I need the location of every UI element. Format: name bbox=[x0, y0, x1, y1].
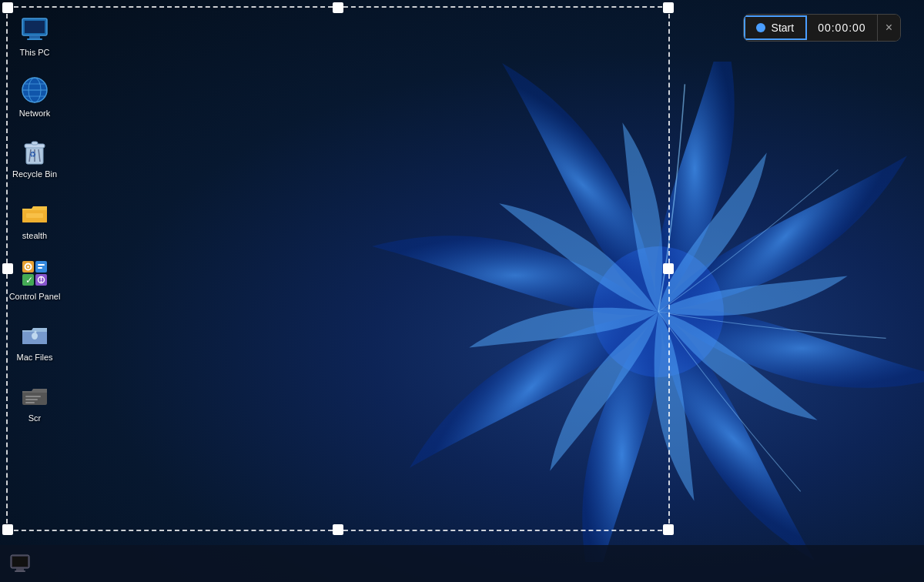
record-indicator bbox=[756, 23, 765, 32]
svg-rect-12 bbox=[32, 142, 38, 145]
svg-rect-24 bbox=[38, 267, 42, 269]
svg-rect-18 bbox=[26, 213, 43, 218]
bloom-graphic bbox=[331, 62, 924, 562]
wallpaper bbox=[0, 0, 924, 582]
desktop-icon-control-panel[interactable]: ✓ Control Panel bbox=[4, 253, 65, 306]
svg-rect-3 bbox=[29, 35, 40, 38]
svg-point-32 bbox=[35, 330, 37, 333]
svg-rect-38 bbox=[12, 557, 28, 567]
desktop-icon-network[interactable]: Network bbox=[4, 70, 65, 123]
start-label: Start bbox=[772, 22, 795, 34]
svg-rect-22 bbox=[35, 261, 47, 273]
svg-rect-36 bbox=[25, 402, 35, 403]
scr-label: Scr bbox=[28, 413, 42, 423]
svg-point-30 bbox=[41, 280, 42, 282]
close-button[interactable]: × bbox=[877, 15, 900, 41]
recycle-bin-icon: ♻ bbox=[19, 135, 50, 166]
svg-text:✓: ✓ bbox=[25, 275, 33, 286]
svg-rect-40 bbox=[15, 570, 25, 572]
mac-files-icon bbox=[19, 319, 50, 350]
svg-rect-34 bbox=[25, 396, 41, 397]
svg-rect-35 bbox=[25, 399, 38, 400]
timer-display: 00:00:00 bbox=[807, 15, 877, 40]
desktop-icon-scr[interactable]: Scr bbox=[4, 375, 65, 428]
svg-point-21 bbox=[27, 266, 29, 268]
desktop-icon-recycle-bin[interactable]: ♻ Recycle Bin bbox=[4, 131, 65, 184]
taskbar-icon-monitor[interactable] bbox=[6, 550, 34, 577]
stealth-folder-icon bbox=[19, 197, 50, 228]
recording-toolbar: Start 00:00:00 × bbox=[743, 14, 901, 42]
this-pc-label: This PC bbox=[19, 48, 49, 58]
control-panel-icon: ✓ bbox=[19, 258, 50, 289]
desktop-icon-mac-files[interactable]: Mac Files bbox=[4, 314, 65, 367]
mac-files-label: Mac Files bbox=[16, 353, 52, 363]
desktop-icon-this-pc[interactable]: This PC bbox=[4, 9, 65, 62]
svg-rect-23 bbox=[38, 264, 45, 266]
recycle-bin-label: Recycle Bin bbox=[12, 169, 57, 179]
start-button[interactable]: Start bbox=[744, 15, 808, 40]
svg-text:♻: ♻ bbox=[29, 150, 36, 159]
desktop-icons-container: This PC Network bbox=[0, 0, 69, 436]
scr-folder-icon bbox=[19, 380, 50, 410]
svg-rect-2 bbox=[25, 21, 45, 33]
this-pc-icon bbox=[19, 14, 50, 45]
desktop-icon-stealth[interactable]: stealth bbox=[4, 192, 65, 246]
stealth-label: stealth bbox=[22, 231, 47, 241]
svg-rect-39 bbox=[16, 568, 24, 570]
control-panel-label: Control Panel bbox=[9, 292, 61, 302]
network-label: Network bbox=[19, 109, 50, 119]
taskbar bbox=[0, 545, 924, 582]
network-icon bbox=[19, 75, 50, 105]
svg-rect-4 bbox=[27, 38, 42, 40]
